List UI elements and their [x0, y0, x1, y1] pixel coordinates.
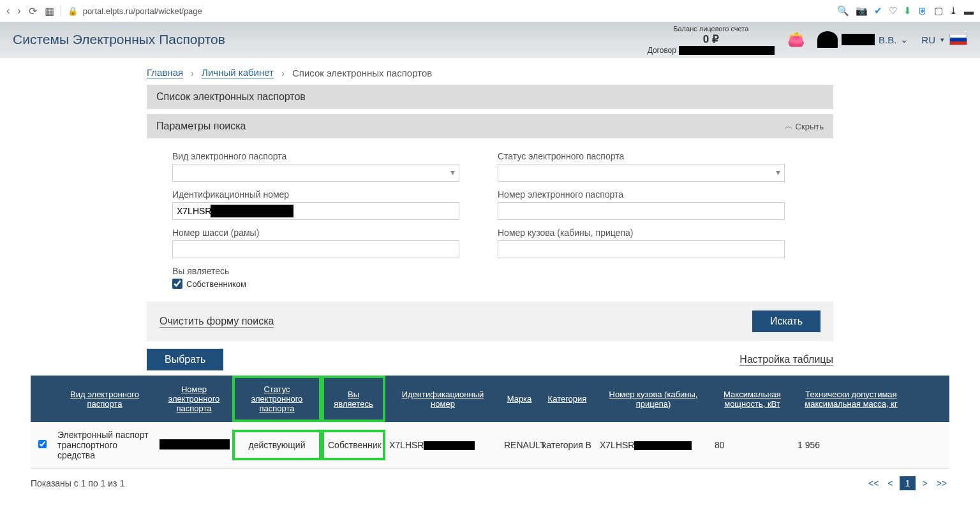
language-label: RU — [921, 34, 935, 45]
body-input[interactable] — [498, 240, 785, 258]
download-icon[interactable]: ⤓ — [949, 5, 958, 17]
search-icon[interactable]: 🔍 — [837, 5, 849, 17]
col-power[interactable]: Максимальная мощность, кВт — [711, 376, 794, 422]
forward-icon[interactable]: › — [17, 5, 20, 17]
col-checkbox — [31, 376, 54, 422]
download-arrow-icon[interactable]: ⬇ — [903, 5, 912, 17]
chevron-up-icon: ︿ — [785, 121, 793, 132]
row-checkbox[interactable] — [38, 440, 47, 448]
type-label: Вид электронного паспорта — [172, 151, 459, 161]
search-title: Параметры поиска — [156, 121, 246, 132]
body-label: Номер кузова (кабины, прицепа) — [498, 228, 785, 238]
breadcrumb-account[interactable]: Личный кабинет — [202, 67, 274, 78]
chassis-label: Номер шасси (рамы) — [172, 228, 459, 238]
panel-title: Список электронных паспортов — [147, 85, 833, 109]
redacted-username — [842, 34, 875, 45]
page-first[interactable]: << — [866, 477, 881, 490]
table-footer: Показаны с 1 по 1 из 1 << < 1 > >> — [31, 476, 949, 490]
browser-toolbar: ‹ › ⟳ ▦ 🔒 portal.elpts.ru/portal/wicket/… — [0, 0, 980, 22]
site-title: Системы Электронных Паспортов — [13, 32, 225, 47]
table-header: Вид электронного паспорта Номер электрон… — [31, 376, 949, 422]
cube-icon[interactable]: ▢ — [934, 5, 943, 17]
collapse-toggle[interactable]: ︿ Скрыть — [785, 121, 824, 132]
cell-role: Собственник — [322, 430, 385, 460]
chassis-input[interactable] — [172, 240, 459, 258]
page-last[interactable]: >> — [934, 477, 949, 490]
table-settings-link[interactable]: Настройка таблицы — [739, 354, 833, 366]
url-text: portal.elpts.ru/portal/wicket/page — [83, 6, 202, 16]
redacted-body-cell — [634, 441, 692, 450]
battery-icon: ▬ — [964, 6, 974, 17]
user-menu[interactable]: В.В. ⌄ — [817, 31, 909, 48]
type-select[interactable] — [172, 164, 459, 182]
owner-checkbox-label: Собственником — [186, 279, 246, 289]
balance-value: 0 ₽ — [648, 33, 775, 46]
col-mass[interactable]: Технически допустимая максимальная масса… — [794, 376, 909, 422]
pager: << < 1 > >> — [866, 476, 949, 490]
redacted-contract — [679, 46, 775, 55]
vin-label: Идентификационный номер — [172, 189, 459, 200]
wallet-icon[interactable]: 👛 — [787, 31, 805, 48]
results-table: Вид электронного паспорта Номер электрон… — [31, 376, 949, 469]
breadcrumb-sep: › — [281, 68, 285, 78]
status-select[interactable] — [498, 164, 785, 182]
page-current: 1 — [900, 476, 916, 490]
clear-form-link[interactable]: Очистить форму поиска — [160, 316, 274, 328]
cell-vin: X7LHSR — [385, 432, 500, 458]
lock-icon: 🔒 — [68, 6, 78, 16]
adblock-icon[interactable]: ⛨ — [918, 6, 928, 17]
breadcrumb-sep: › — [191, 68, 194, 78]
select-button[interactable]: Выбрать — [147, 349, 223, 370]
breadcrumb-current: Список электронных паспортов — [292, 68, 432, 78]
toggle-label: Скрыть — [796, 122, 824, 131]
reload-icon[interactable]: ⟳ — [29, 5, 37, 17]
shield-icon[interactable]: ✔ — [874, 5, 882, 17]
chevron-down-icon: ⌄ — [900, 34, 909, 45]
cell-type: Электронный паспорт транспортного средст… — [54, 422, 156, 468]
page-next[interactable]: > — [919, 477, 930, 490]
avatar-icon — [817, 31, 838, 48]
pagination-summary: Показаны с 1 по 1 из 1 — [31, 478, 124, 488]
camera-icon[interactable]: 📷 — [856, 5, 868, 17]
flag-ru-icon — [949, 34, 967, 45]
cell-category: категория B — [538, 432, 596, 458]
page-prev[interactable]: < — [885, 477, 895, 490]
epts-num-input[interactable] — [498, 202, 785, 220]
breadcrumb: Главная › Личный кабинет › Список электр… — [147, 67, 980, 78]
apps-icon[interactable]: ▦ — [45, 5, 54, 17]
role-label: Вы являетесь — [172, 266, 459, 276]
cell-mass: 1 956 — [794, 432, 909, 458]
cell-status: действующий — [232, 430, 322, 460]
owner-checkbox[interactable] — [172, 279, 182, 289]
search-button[interactable]: Искать — [752, 310, 820, 332]
site-header: Системы Электронных Паспортов Баланс лиц… — [0, 22, 980, 57]
col-role[interactable]: Вы являетесь — [322, 376, 385, 422]
cell-number — [156, 432, 232, 459]
search-panel-header: Параметры поиска ︿ Скрыть — [147, 114, 833, 138]
contract-label: Договор — [648, 46, 676, 55]
back-icon[interactable]: ‹ — [6, 5, 10, 17]
user-initials: В.В. — [879, 34, 896, 45]
table-row[interactable]: Электронный паспорт транспортного средст… — [31, 422, 949, 469]
balance-label: Баланс лицевого счета — [648, 25, 775, 33]
redacted-vin — [211, 205, 293, 217]
heart-icon[interactable]: ♡ — [889, 5, 897, 17]
cell-power: 80 — [711, 432, 794, 458]
cell-body: X7LHSR — [596, 432, 711, 458]
redacted-vin-cell — [424, 441, 475, 450]
col-number[interactable]: Номер электронного паспорта — [156, 376, 232, 422]
search-form: Вид электронного паспорта Статус электро… — [147, 138, 833, 302]
col-status[interactable]: Статус электронного паспорта — [232, 376, 322, 422]
col-body[interactable]: Номер кузова (кабины, прицепа) — [596, 376, 711, 422]
col-vin[interactable]: Идентификационный номер — [385, 376, 500, 422]
chevron-down-icon: ▾ — [940, 36, 944, 44]
language-selector[interactable]: RU▾ — [921, 34, 967, 45]
col-category[interactable]: Категория — [538, 376, 596, 422]
status-label: Статус электронного паспорта — [498, 151, 785, 161]
epts-num-label: Номер электронного паспорта — [498, 189, 785, 200]
col-type[interactable]: Вид электронного паспорта — [54, 376, 156, 422]
col-brand[interactable]: Марка — [500, 376, 538, 422]
panel-title-text: Список электронных паспортов — [156, 91, 306, 103]
redacted-number — [160, 439, 230, 449]
breadcrumb-home[interactable]: Главная — [147, 67, 183, 78]
